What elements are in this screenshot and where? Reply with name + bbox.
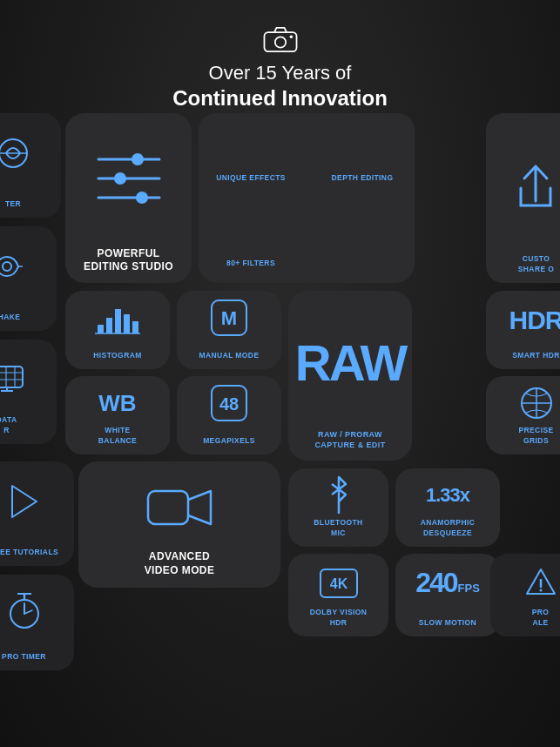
svg-point-19: [114, 172, 126, 185]
ter-icon: [0, 136, 30, 171]
svg-rect-38: [98, 325, 104, 333]
megapixels-icon: 48: [206, 380, 252, 426]
svg-rect-52: [148, 491, 188, 524]
camera-icon: [263, 26, 298, 52]
tile-pro-timer[interactable]: PRO TIMER: [0, 575, 74, 670]
tile-tutorials[interactable]: FREE TUTORIALS: [0, 461, 74, 566]
features-grid: TER SHAKE: [0, 113, 560, 747]
tile-hdr[interactable]: HDR SMART HDR: [486, 291, 560, 369]
tile-anamorphic[interactable]: 1.33x ANAMORPHIC DESQUEEZE: [395, 468, 500, 547]
tile-video[interactable]: ADVANCEDVIDEO MODE: [78, 461, 280, 588]
pro-timer-icon: [7, 591, 42, 629]
wb-label: WHITEBALANCE: [98, 426, 137, 446]
data-label: DATAR: [0, 415, 17, 435]
video-label: ADVANCEDVIDEO MODE: [145, 549, 215, 577]
tile-megapixels[interactable]: 48 MEGAPIXELS: [177, 376, 281, 454]
app-screen: Over 15 Years of Continued Innovation TE…: [0, 0, 560, 747]
manual-label: MANUAL MODE: [199, 351, 260, 360]
svg-rect-39: [106, 318, 112, 333]
tile-ter[interactable]: TER: [0, 113, 61, 218]
header: Over 15 Years of Continued Innovation: [0, 26, 560, 111]
svg-point-1: [274, 37, 285, 47]
editing-label: POWERFULEDITING STUDIO: [84, 247, 173, 274]
bluetooth-icon: [323, 475, 354, 515]
svg-rect-42: [132, 321, 138, 333]
tile-wb[interactable]: WB WHITEBALANCE: [65, 376, 170, 454]
tile-dolby[interactable]: 4K DOLBY VISIONHDR: [288, 554, 388, 636]
svg-point-2: [289, 36, 293, 39]
ter-label: TER: [5, 199, 21, 209]
tutorials-label: FREE TUTORIALS: [0, 548, 58, 557]
tile-pro-alert[interactable]: PROALE: [490, 554, 560, 636]
tile-shake[interactable]: SHAKE: [0, 226, 57, 331]
pro-alert-icon: [525, 566, 557, 601]
header-subtitle: Over 15 Years of: [0, 61, 560, 86]
svg-point-21: [136, 192, 148, 204]
svg-rect-0: [264, 32, 296, 51]
grids-icon: [517, 385, 556, 421]
4k-icon: 4K: [317, 566, 361, 601]
svg-point-17: [132, 153, 144, 165]
shake-icon: [0, 248, 25, 285]
shake-label: SHAKE: [0, 313, 20, 322]
svg-rect-41: [124, 314, 130, 333]
tile-histogram[interactable]: HISTOGRAM: [65, 291, 170, 369]
svg-rect-8: [0, 367, 23, 387]
svg-text:M: M: [221, 307, 237, 329]
play-icon: [9, 484, 40, 519]
data-icon: [0, 365, 25, 395]
tile-bt-mic[interactable]: BLUETOOTHMIC: [288, 468, 388, 547]
filters-label: 80+ FILTERS: [226, 259, 275, 268]
dolby-label: DOLBY VISIONHDR: [310, 608, 368, 628]
tile-data[interactable]: DATAR: [0, 340, 57, 444]
hdr-label: SMART HDR: [512, 351, 560, 360]
svg-point-5: [3, 262, 11, 271]
tile-editing[interactable]: POWERFULEDITING STUDIO: [65, 113, 192, 283]
svg-marker-51: [12, 486, 37, 517]
raw-label: RAW / PRORAWCAPTURE & EDIT: [314, 429, 385, 450]
tile-grids[interactable]: PRECISEGRIDS: [486, 376, 560, 454]
svg-text:4K: 4K: [329, 576, 347, 591]
anamorphic-label: ANAMORPHIC DESQUEEZE: [395, 518, 500, 538]
header-title: Continued Innovation: [0, 86, 560, 111]
video-icon: [145, 484, 214, 541]
svg-rect-40: [115, 309, 121, 333]
effects-label: UNIQUE EFFECTS: [216, 173, 286, 183]
grids-label: PRECISEGRIDS: [518, 426, 553, 446]
svg-text:48: 48: [219, 394, 239, 414]
manual-icon: M: [206, 295, 252, 340]
fps-label: SLOW MOTION: [419, 618, 476, 628]
tile-share[interactable]: CUSTOSHARE O: [486, 113, 560, 283]
histogram-icon: [95, 300, 140, 335]
sliders-icon: [90, 151, 168, 207]
share-icon: [512, 158, 560, 214]
pro-timer-label: PRO TIMER: [2, 652, 46, 662]
mega-label: MEGAPIXELS: [203, 436, 255, 446]
tile-raw-main[interactable]: RAW RAW / PRORAWCAPTURE & EDIT: [288, 291, 412, 461]
tile-fps[interactable]: 240 FPS SLOW MOTION: [395, 554, 500, 636]
pro-alert-label: PROALE: [532, 608, 550, 628]
svg-line-58: [24, 610, 32, 614]
histogram-label: HISTOGRAM: [93, 351, 141, 360]
svg-point-63: [539, 589, 542, 591]
share-label: CUSTOSHARE O: [518, 254, 555, 274]
bt-label: BLUETOOTHMIC: [314, 518, 362, 538]
tile-manual[interactable]: M MANUAL MODE: [177, 291, 281, 369]
depth-label: DEPTH EDITING: [332, 173, 394, 183]
